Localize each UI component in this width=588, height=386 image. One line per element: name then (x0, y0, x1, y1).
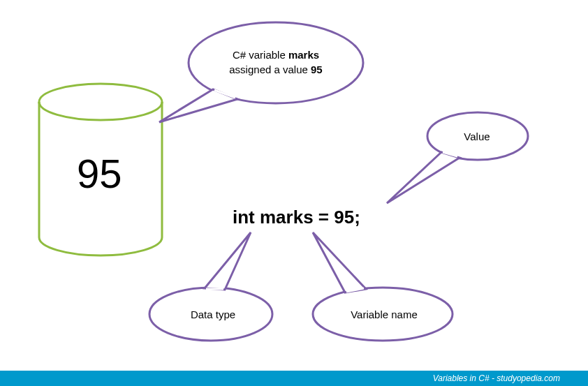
cylinder-value: 95 (77, 150, 122, 197)
callout-value (387, 112, 528, 203)
callout-value-text: Value (453, 129, 501, 144)
footer-text: Variables in C# - studyopedia.com (433, 373, 560, 383)
callout-top-line2-prefix: assigned a value (229, 64, 311, 75)
callout-varname-text: Variable name (335, 307, 433, 322)
callout-datatype (149, 232, 272, 341)
callout-datatype-text: Data type (175, 307, 251, 322)
diagram-canvas: 95 int marks = 95; C# variable marks ass… (0, 0, 588, 386)
callout-top-line1-prefix: C# variable (233, 49, 288, 61)
code-statement: int marks = 95; (233, 207, 360, 228)
footer-bar: Variables in C# - studyopedia.com (0, 371, 588, 386)
callout-description-text: C# variable marks assigned a value 95 (216, 47, 335, 77)
callout-top-line1-bold: marks (288, 49, 319, 61)
callout-top-line2-bold: 95 (311, 64, 323, 75)
callout-varname (313, 232, 453, 341)
